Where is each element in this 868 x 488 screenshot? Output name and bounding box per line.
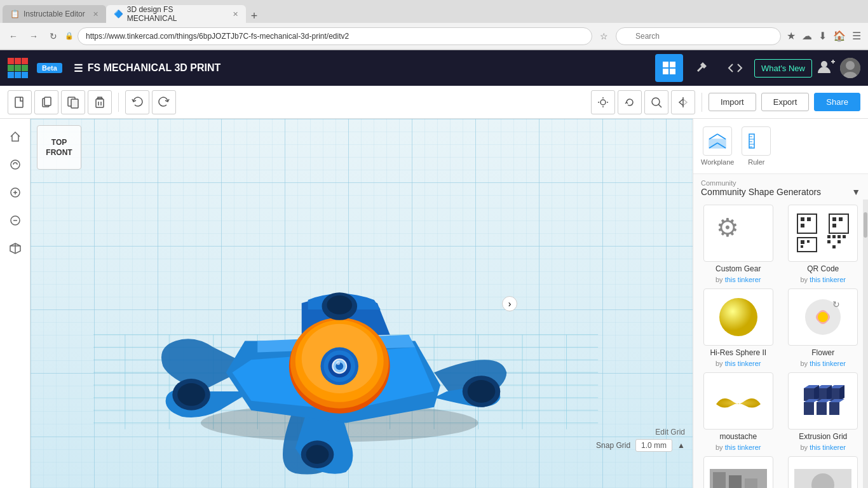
- zoom-button[interactable]: [644, 90, 668, 114]
- shape-sphere[interactable]: Hi-Res Sphere II by this tinkerer: [698, 288, 778, 367]
- shape-custom-gear[interactable]: ⚙ Custom Gear by this tinkerer: [698, 205, 778, 283]
- view-cube-box[interactable]: TOP FRONT: [37, 125, 81, 170]
- forward-button[interactable]: →: [25, 29, 42, 43]
- whats-new-button[interactable]: What's New: [754, 59, 812, 78]
- bookmark-button[interactable]: ☆: [596, 29, 612, 43]
- svg-rect-93: [839, 217, 843, 221]
- avatar[interactable]: [840, 58, 860, 78]
- moustache-link[interactable]: this tinkerer: [725, 444, 761, 451]
- category-title: Community Shape Generators: [701, 187, 821, 197]
- svg-point-74: [327, 295, 352, 315]
- snap-grid-value[interactable]: 1.0 mm: [635, 439, 672, 452]
- svg-rect-115: [829, 402, 839, 415]
- browser-search-input[interactable]: [616, 27, 781, 45]
- view-cube[interactable]: TOP FRONT: [37, 125, 88, 176]
- flower-link[interactable]: this tinkerer: [810, 360, 846, 367]
- svg-rect-97: [807, 240, 810, 243]
- import-button[interactable]: Import: [709, 93, 756, 111]
- view-top-label: TOP: [51, 138, 67, 147]
- code-button[interactable]: [721, 54, 749, 82]
- shape-flower[interactable]: ↻ Flower by this tinkerer: [783, 288, 864, 367]
- tinkercad-logo: [8, 58, 28, 78]
- moustache-by: by this tinkerer: [715, 444, 761, 451]
- custom-gear-link[interactable]: this tinkerer: [725, 276, 761, 283]
- logo-cell: [22, 58, 28, 64]
- refresh-button[interactable]: ↻: [46, 29, 61, 43]
- svg-rect-3: [670, 69, 675, 74]
- rotate-sidebar-icon[interactable]: [5, 154, 25, 175]
- mirror-button[interactable]: [671, 90, 695, 114]
- zoom-in-icon[interactable]: [5, 182, 25, 203]
- category-parent-label: Community: [701, 179, 860, 187]
- shape-qr-code[interactable]: QR Code by this tinkerer: [783, 205, 864, 283]
- panel-category: Community Community Shape Generators ▼: [693, 174, 868, 200]
- tab2-close[interactable]: ✕: [233, 10, 238, 18]
- svg-rect-12: [44, 97, 51, 105]
- scrollbar-track[interactable]: [863, 200, 868, 488]
- address-bar[interactable]: [78, 27, 592, 45]
- zoom-out-icon[interactable]: [5, 210, 25, 231]
- new-button[interactable]: [8, 90, 32, 114]
- shape-extra2[interactable]: [783, 456, 864, 488]
- tab2-label: 3D design FS MECHANICAL: [127, 5, 225, 23]
- cloud-button[interactable]: ☁: [800, 28, 814, 44]
- logo-cell: [15, 72, 21, 78]
- tab-instructable[interactable]: 📋 Instructable Editor ✕: [3, 5, 106, 23]
- svg-rect-92: [832, 217, 836, 221]
- undo-button[interactable]: [125, 90, 149, 114]
- workplane-tool[interactable]: Workplane: [701, 126, 734, 166]
- lock-icon: 🔒: [65, 32, 74, 40]
- svg-rect-118: [729, 475, 742, 488]
- download-button[interactable]: ⬇: [817, 28, 829, 44]
- scrollbar-thumb[interactable]: [864, 212, 867, 238]
- duplicate-button[interactable]: [34, 90, 58, 114]
- bookmark-star-button[interactable]: ★: [785, 28, 797, 44]
- logo-cell: [8, 58, 14, 64]
- extrusion-thumb: [788, 372, 858, 430]
- qr-code-by: by this tinkerer: [800, 276, 846, 283]
- tab2-favicon: 🔷: [114, 10, 123, 18]
- cube-icon[interactable]: [5, 238, 25, 259]
- edit-grid-label[interactable]: Edit Grid: [655, 428, 685, 437]
- main-layout: TOP FRONT Edit Grid Snap Grid 1.0 mm ▲ ›: [0, 119, 868, 488]
- snap-up-arrow[interactable]: ▲: [677, 441, 685, 450]
- redo-button[interactable]: [152, 90, 176, 114]
- add-user-button[interactable]: [817, 58, 835, 79]
- qr-code-link[interactable]: this tinkerer: [810, 276, 846, 283]
- nav-icons: ★ ☁ ⬇ 🏠 ☰: [785, 28, 863, 44]
- hammer-button[interactable]: [688, 54, 716, 82]
- home-sidebar-icon[interactable]: [5, 126, 25, 147]
- svg-rect-80: [749, 134, 754, 148]
- home-button[interactable]: 🏠: [831, 28, 848, 44]
- extrusion-link[interactable]: this tinkerer: [810, 444, 846, 451]
- tab1-close[interactable]: ✕: [93, 10, 98, 18]
- menu-button[interactable]: ☰: [850, 28, 863, 44]
- sphere-link[interactable]: this tinkerer: [725, 360, 761, 367]
- export-button[interactable]: Export: [761, 93, 810, 111]
- snap-grid-bar: Snap Grid 1.0 mm ▲: [596, 439, 685, 452]
- light-button[interactable]: [591, 90, 615, 114]
- svg-point-108: [818, 312, 828, 322]
- rotate-button[interactable]: [618, 90, 642, 114]
- svg-rect-99: [827, 235, 831, 238]
- viewport[interactable]: TOP FRONT Edit Grid Snap Grid 1.0 mm ▲ ›: [31, 119, 693, 488]
- extra2-thumb: [788, 456, 858, 488]
- ruler-tool[interactable]: Ruler: [742, 126, 771, 166]
- delete-button[interactable]: [88, 90, 112, 114]
- shape-extra1[interactable]: [698, 456, 778, 488]
- share-button[interactable]: Share: [814, 93, 860, 111]
- tab-3ddesign[interactable]: 🔷 3D design FS MECHANICAL ✕: [106, 5, 246, 23]
- copy-button[interactable]: [61, 90, 85, 114]
- panel-collapse-button[interactable]: ›: [502, 296, 517, 311]
- shape-extrusion-grid[interactable]: Extrusion Grid by this tinkerer: [783, 372, 864, 451]
- shape-moustache[interactable]: moustache by this tinkerer: [698, 372, 778, 451]
- category-dropdown-arrow[interactable]: ▼: [851, 187, 860, 197]
- back-button[interactable]: ←: [5, 29, 22, 43]
- new-tab-button[interactable]: +: [246, 10, 263, 23]
- toolbar: Import Export Share: [0, 86, 868, 119]
- flower-by: by this tinkerer: [800, 360, 846, 367]
- grid-view-button[interactable]: [655, 54, 683, 82]
- menu-icon[interactable]: ☰: [74, 62, 83, 74]
- extrusion-name: Extrusion Grid: [799, 432, 847, 441]
- svg-rect-117: [713, 472, 726, 488]
